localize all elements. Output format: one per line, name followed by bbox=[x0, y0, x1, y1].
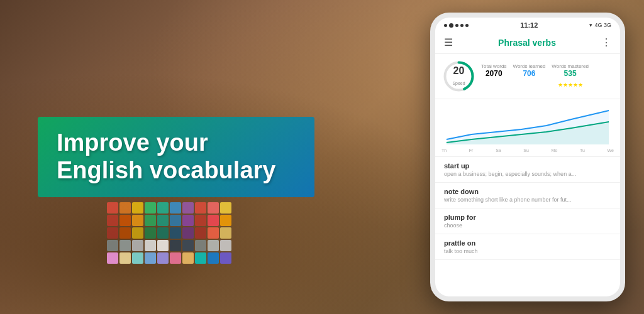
chart-x-label: Sa bbox=[496, 148, 501, 153]
word-phrase: prattle on bbox=[444, 239, 611, 247]
words-learned-label: Words learned bbox=[513, 63, 545, 69]
headline-line1: Improve your bbox=[57, 129, 208, 156]
hamburger-icon[interactable]: ☰ bbox=[444, 36, 453, 48]
chart-area: ThFrSaSuMoTuWe bbox=[435, 99, 620, 157]
notch-dots bbox=[444, 23, 469, 28]
left-content-area: Improve your English vocabulary bbox=[0, 0, 409, 314]
stat-total: Total words 2070 bbox=[481, 63, 506, 89]
notch-dot-2 bbox=[449, 23, 453, 28]
status-bar: 11:12 ▾ 4G 3G bbox=[435, 18, 620, 31]
speed-number: 20 bbox=[452, 66, 465, 76]
headline-line2: English vocabulary bbox=[57, 157, 275, 183]
chart-x-label: Th bbox=[441, 148, 447, 153]
notch-dot-1 bbox=[444, 24, 447, 27]
words-mastered-value: 535 bbox=[552, 69, 589, 78]
chart-x-label: Mo bbox=[552, 148, 558, 153]
stats-numbers: Total words 2070 Words learned 706 Words… bbox=[481, 63, 614, 89]
wifi-icon: ▾ bbox=[589, 22, 592, 28]
chart-labels: ThFrSaSuMoTuWe bbox=[440, 148, 615, 153]
more-menu-icon[interactable]: ⋮ bbox=[601, 36, 611, 48]
stars-rating: ★★★★★ bbox=[558, 82, 583, 88]
words-learned-value: 706 bbox=[513, 69, 545, 78]
words-mastered-label: Words mastered bbox=[552, 63, 589, 69]
notch-dot-3 bbox=[455, 24, 458, 27]
app-header: ☰ Phrasal verbs ⋮ bbox=[435, 31, 620, 54]
signal-label: 4G 3G bbox=[594, 22, 611, 28]
speed-text: Speed bbox=[452, 81, 465, 85]
total-words-label: Total words bbox=[481, 63, 506, 69]
total-words-value: 2070 bbox=[481, 69, 506, 78]
word-list: start upopen a business; begin, especial… bbox=[435, 157, 620, 296]
phone-mockup: 11:12 ▾ 4G 3G ☰ Phrasal verbs ⋮ 20 Speed bbox=[430, 13, 625, 301]
app-title: Phrasal verbs bbox=[498, 38, 556, 48]
chart-x-label: Su bbox=[523, 148, 529, 153]
chart-x-label: We bbox=[608, 148, 614, 153]
speed-circle: 20 Speed bbox=[441, 59, 476, 94]
word-item[interactable]: plump forchoose bbox=[435, 208, 620, 234]
headline-text: Improve your English vocabulary bbox=[57, 129, 296, 184]
stats-area: 20 Speed Total words 2070 Words learned … bbox=[435, 54, 620, 99]
word-phrase: start up bbox=[444, 162, 611, 170]
headline-box: Improve your English vocabulary bbox=[38, 117, 314, 197]
word-item[interactable]: start upopen a business; begin, especial… bbox=[435, 157, 620, 183]
notch-dot-5 bbox=[465, 24, 469, 27]
word-phrase: plump for bbox=[444, 214, 611, 221]
chart-svg bbox=[440, 102, 615, 146]
stat-learned: Words learned 706 bbox=[513, 63, 545, 89]
status-time: 11:12 bbox=[520, 21, 538, 29]
word-definition: open a business; begin, especially sound… bbox=[444, 171, 611, 177]
status-icons: ▾ 4G 3G bbox=[589, 22, 611, 28]
phone-inner: 11:12 ▾ 4G 3G ☰ Phrasal verbs ⋮ 20 Speed bbox=[435, 18, 620, 296]
chart-x-label: Fr bbox=[469, 148, 474, 153]
chart-x-label: Tu bbox=[580, 148, 585, 153]
word-definition: talk too much bbox=[444, 248, 611, 254]
word-item[interactable]: prattle ontalk too much bbox=[435, 234, 620, 260]
word-definition: write something short like a phone numbe… bbox=[444, 197, 611, 203]
word-item[interactable]: note downwrite something short like a ph… bbox=[435, 183, 620, 208]
word-phrase: note down bbox=[444, 188, 611, 195]
stat-mastered: Words mastered 535 ★★★★★ bbox=[552, 63, 589, 89]
speed-label: 20 Speed bbox=[452, 66, 465, 87]
notch-dot-4 bbox=[460, 24, 464, 27]
word-definition: choose bbox=[444, 222, 611, 229]
